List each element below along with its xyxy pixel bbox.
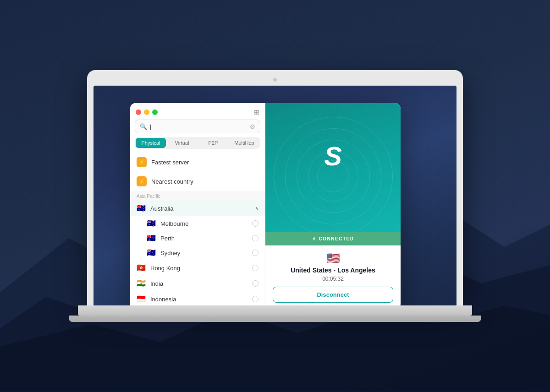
connected-country-flag: 🇺🇸: [326, 252, 340, 265]
radio-sydney[interactable]: [252, 250, 258, 256]
connected-card: 🇺🇸 United States - Los Angeles 00:05:32 …: [265, 245, 401, 305]
country-item-hongkong[interactable]: 🇭🇰 Hong Kong: [130, 260, 265, 276]
country-name-hongkong: Hong Kong: [150, 265, 248, 272]
flag-melbourne: 🇦🇺: [147, 220, 156, 227]
laptop: ⊞ 🔍 | ⊗ Physical Virtual P2P MultiHop: [69, 70, 481, 322]
connected-status-text: CONNECTED: [319, 236, 354, 241]
laptop-bottom: [69, 316, 481, 322]
radio-india[interactable]: [252, 280, 258, 287]
country-item-australia[interactable]: 🇦🇺 Australia ∧: [130, 201, 265, 216]
country-item-indonesia[interactable]: 🇮🇩 Indonesia: [130, 291, 265, 305]
title-bar: ⊞: [130, 103, 265, 120]
flag-hongkong: 🇭🇰: [137, 264, 146, 272]
flag-india: 🇮🇳: [137, 280, 146, 287]
flag-sydney: 🇦🇺: [147, 249, 156, 256]
server-name-perth: Perth: [160, 235, 248, 242]
country-item-india[interactable]: 🇮🇳 India: [130, 276, 265, 291]
radio-hongkong[interactable]: [252, 265, 258, 271]
flag-indonesia: 🇮🇩: [137, 295, 146, 303]
bolt-icon-nearest: ⚡: [137, 176, 147, 186]
tab-multihop[interactable]: MultiHop: [229, 138, 259, 148]
fastest-server-item[interactable]: ⚡ Fastest server: [130, 152, 265, 172]
flag-perth: 🇦🇺: [147, 234, 156, 242]
connected-chevron-icon: ∧: [312, 235, 316, 242]
server-item-perth[interactable]: 🇦🇺 Perth: [130, 231, 265, 245]
laptop-base: [78, 305, 472, 316]
fastest-server-label: Fastest server: [151, 159, 189, 166]
bolt-icon-fastest: ⚡: [137, 157, 147, 167]
country-name-australia: Australia: [150, 205, 250, 212]
disconnect-button[interactable]: Disconnect: [273, 287, 393, 303]
minimize-button[interactable]: [144, 109, 149, 115]
server-item-melbourne[interactable]: 🇦🇺 Melbourne: [130, 216, 265, 231]
nearest-country-label: Nearest country: [151, 178, 193, 185]
radio-melbourne[interactable]: [252, 220, 258, 227]
section-header-asia-pacific: Asia Pacific: [130, 191, 265, 201]
connected-country-name: United States - Los Angeles: [291, 267, 375, 274]
connected-timer: 00:05:32: [322, 276, 344, 282]
close-button[interactable]: [136, 109, 141, 115]
nearest-country-item[interactable]: ⚡ Nearest country: [130, 172, 265, 191]
server-item-sydney[interactable]: 🇦🇺 Sydney: [130, 245, 265, 260]
circles-background: [269, 112, 397, 240]
country-name-indonesia: Indonesia: [150, 296, 248, 303]
tab-physical[interactable]: Physical: [136, 138, 166, 148]
tab-p2p[interactable]: P2P: [198, 138, 228, 148]
laptop-screen-outer: ⊞ 🔍 | ⊗ Physical Virtual P2P MultiHop: [87, 70, 463, 305]
connected-section: ∧ CONNECTED 🇺🇸 United States - Los Angel…: [265, 232, 401, 305]
laptop-notch: [94, 76, 456, 83]
radio-perth[interactable]: [252, 235, 258, 241]
laptop-camera: [273, 78, 277, 82]
brand-logo: S: [317, 140, 349, 172]
server-name-sydney: Sydney: [160, 250, 248, 256]
window-icon: ⊞: [254, 109, 259, 116]
tab-bar: Physical Virtual P2P MultiHop: [135, 137, 260, 149]
tab-virtual[interactable]: Virtual: [167, 138, 197, 148]
maximize-button[interactable]: [152, 109, 158, 115]
connected-bar: ∧ CONNECTED: [265, 232, 401, 245]
flag-australia: 🇦🇺: [137, 205, 146, 212]
clear-search-icon[interactable]: ⊗: [250, 123, 255, 130]
server-name-melbourne: Melbourne: [160, 220, 248, 227]
server-list: ⚡ Fastest server ⚡ Nearest country Asia …: [130, 152, 265, 305]
app-window: ⊞ 🔍 | ⊗ Physical Virtual P2P MultiHop: [130, 103, 401, 305]
country-name-india: India: [150, 280, 248, 287]
search-icon: 🔍: [140, 123, 147, 130]
radio-indonesia[interactable]: [252, 296, 258, 302]
right-panel: S ∧ CONNECTED 🇺🇸 United States - Los Ang…: [265, 103, 401, 305]
chevron-up-icon: ∧: [255, 206, 258, 212]
search-bar[interactable]: 🔍 | ⊗: [135, 120, 260, 133]
left-panel: ⊞ 🔍 | ⊗ Physical Virtual P2P MultiHop: [130, 103, 265, 305]
search-input[interactable]: |: [150, 123, 247, 130]
surfshark-s-logo: S: [324, 141, 342, 171]
laptop-screen: ⊞ 🔍 | ⊗ Physical Virtual P2P MultiHop: [94, 86, 456, 305]
